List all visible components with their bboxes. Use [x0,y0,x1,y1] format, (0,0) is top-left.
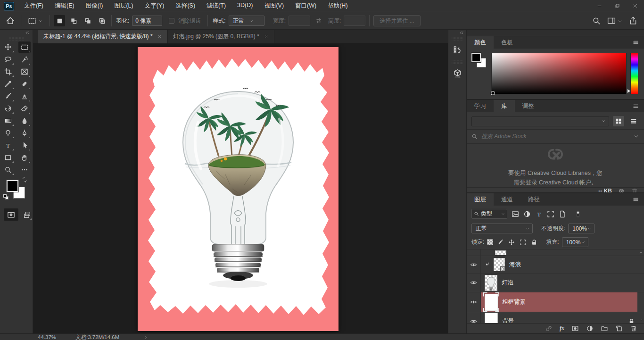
quick-selection-tool[interactable] [18,54,31,65]
tab-adjustments[interactable]: 调整 [515,100,542,112]
new-adjustment-layer-icon[interactable] [586,325,594,332]
style-select[interactable]: 正常 [229,16,264,26]
list-view-button[interactable] [628,116,639,126]
lock-artboard-icon[interactable] [520,239,526,246]
grid-view-button[interactable] [613,116,624,126]
layer-row[interactable]: 海浪 [467,256,644,274]
screen-mode-button[interactable] [21,208,33,221]
rectangle-tool[interactable] [2,152,14,163]
menu-item-image[interactable]: 图像(I) [81,0,108,12]
close-tab-icon[interactable] [264,34,268,39]
dodge-tool[interactable] [2,127,14,139]
tab-color[interactable]: 颜色 [467,36,494,49]
hue-slider[interactable] [630,53,638,94]
filter-pixel-layers-icon[interactable] [512,210,519,218]
menu-item-file[interactable]: 文件(F) [19,0,49,12]
height-input[interactable] [344,16,365,26]
workspace-switcher-icon[interactable] [607,17,616,25]
filter-type-layers-icon[interactable]: T [535,210,543,218]
document-tab-1[interactable]: 未标题-1 @ 44.4% (相框背景, 快速蒙版/8) * [38,30,168,43]
layer-thumbnail[interactable] [485,294,498,311]
menu-item-layer[interactable]: 图层(L) [109,0,138,12]
path-selection-tool[interactable] [18,140,31,151]
fill-select[interactable]: 100% [562,237,588,247]
hue-slider-handle[interactable] [627,89,630,93]
eyedropper-tool[interactable] [2,78,14,90]
menu-item-help[interactable]: 帮助(H) [322,0,353,12]
brush-tool[interactable] [2,91,14,102]
lock-pixels-icon[interactable] [497,239,504,246]
restore-button[interactable] [608,0,626,12]
select-and-mask-button[interactable]: 选择并遮住 ... [373,15,420,26]
tool-preset-picker[interactable] [25,15,46,26]
zoom-tool[interactable] [2,164,14,175]
canvas-pasteboard[interactable] [33,44,448,333]
spot-healing-brush-tool[interactable] [18,78,31,90]
layer-name[interactable]: 海浪 [509,261,521,269]
panel-menu-icon[interactable] [632,103,639,109]
menu-item-type[interactable]: 文字(Y) [140,0,170,12]
blend-mode-select[interactable]: 正常 [471,224,533,233]
filter-adjustment-layers-icon[interactable] [523,210,531,218]
quick-mask-mode-button[interactable] [4,208,18,221]
library-select[interactable] [471,116,609,126]
layer-row[interactable]: 背景 [467,312,644,323]
filter-shape-layers-icon[interactable] [547,210,554,218]
eraser-tool[interactable] [18,103,31,114]
new-layer-icon[interactable] [615,325,623,332]
document-tab-2[interactable]: 灯泡.jpg @ 25% (图层 0, RGB/8) * [168,30,274,43]
search-icon[interactable] [592,17,601,25]
layer-thumbnail[interactable] [485,313,498,323]
filter-smart-objects-icon[interactable] [559,210,566,218]
tab-paths[interactable]: 路径 [520,193,547,206]
home-icon[interactable] [6,16,15,25]
gradient-tool[interactable] [2,115,14,126]
hand-tool[interactable] [18,152,31,163]
scroll-down-icon[interactable] [639,318,643,322]
layer-name[interactable]: 灯泡 [502,279,513,287]
delete-layer-icon[interactable] [630,325,637,332]
type-tool[interactable]: T [2,140,14,151]
tab-libraries[interactable]: 库 [494,100,515,112]
menu-item-3d[interactable]: 3D(D) [232,0,258,12]
layer-name[interactable]: 相框背景 [502,298,526,306]
add-layer-mask-icon[interactable] [571,325,579,332]
library-search[interactable]: 搜索 Adobe Stock [467,129,644,144]
intersect-selection-button[interactable] [96,15,107,26]
expand-panels-button[interactable] [448,30,466,37]
3d-panel-button[interactable] [449,65,465,81]
frame-tool[interactable] [18,66,31,77]
panel-menu-icon[interactable] [632,197,639,202]
new-group-icon[interactable] [601,325,608,332]
minimize-button[interactable] [590,0,608,12]
clone-stamp-tool[interactable] [18,91,31,102]
tab-layers[interactable]: 图层 [467,193,494,206]
color-picker-handle[interactable] [491,91,495,95]
menu-item-edit[interactable]: 编辑(E) [50,0,80,12]
close-button[interactable] [626,0,644,12]
history-brush-tool[interactable] [2,103,14,114]
tab-learn[interactable]: 学习 [467,100,494,112]
feather-input[interactable] [132,16,162,26]
layer-thumbnail[interactable] [494,258,505,271]
lock-position-icon[interactable] [508,239,515,246]
blur-tool[interactable] [18,115,31,126]
link-layers-icon[interactable] [545,325,553,332]
collapse-tools-button[interactable] [0,30,33,37]
history-panel-button[interactable] [449,41,465,58]
add-to-selection-button[interactable] [68,15,79,26]
width-input[interactable] [289,16,310,26]
layer-row-selected[interactable]: 相框背景 [467,292,644,312]
status-options-icon[interactable] [144,335,148,340]
foreground-color-swatch[interactable] [471,53,481,62]
rectangular-marquee-tool[interactable] [18,41,31,53]
close-tab-icon[interactable] [157,34,162,39]
antialias-checkbox[interactable] [169,18,174,24]
lasso-tool[interactable] [2,54,14,65]
menu-item-window[interactable]: 窗口(W) [290,0,322,12]
crop-tool[interactable] [2,66,14,77]
opacity-select[interactable]: 100% [568,224,594,233]
edit-toolbar-button[interactable] [18,164,31,175]
layer-visibility-icon[interactable] [470,261,477,268]
new-selection-button[interactable] [54,15,65,26]
